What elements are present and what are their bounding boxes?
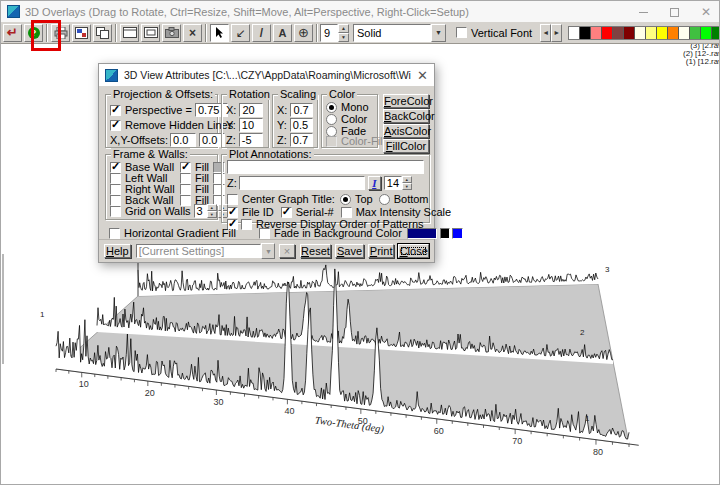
fade-color-swatch-3[interactable] xyxy=(452,228,463,239)
line-style-combo[interactable]: Solid ▼ xyxy=(353,24,446,42)
spin-down-icon[interactable]: ▼ xyxy=(207,211,217,218)
forecolor-button[interactable]: ForeColor xyxy=(383,94,429,108)
grid-spinner-1: ▲▼ xyxy=(207,204,217,218)
palette-color-11[interactable] xyxy=(690,27,701,39)
spin-up-icon[interactable]: ▲ xyxy=(402,176,412,183)
delete-button[interactable]: × xyxy=(183,24,202,42)
title-bar[interactable]: 3D Overlays (Drag to Rotate, Ctrl=Resize… xyxy=(1,1,720,22)
chevron-down-icon[interactable]: ▼ xyxy=(431,24,446,42)
fade-color-swatch-1[interactable] xyxy=(407,228,437,239)
palette-color-7[interactable] xyxy=(646,27,657,39)
rotation-z-field[interactable]: -5 xyxy=(239,133,263,147)
vertical-font-toggle[interactable]: Vertical Font xyxy=(456,27,532,39)
dialog-close-button[interactable]: ✕ xyxy=(417,68,428,83)
3d-view-attributes-dialog: 3D View Attributes [C:\...\CZY\AppData\R… xyxy=(98,63,435,263)
max-intensity-checkbox[interactable] xyxy=(341,207,352,218)
left-wall-checkbox[interactable] xyxy=(110,173,121,184)
color-group: Color MonoColorFade Color-Fill xyxy=(321,94,378,148)
palette-color-9[interactable] xyxy=(668,27,679,39)
palette-color-0[interactable] xyxy=(569,27,580,39)
framed-window-button[interactable] xyxy=(141,24,160,42)
toolbar-separator xyxy=(316,24,318,42)
rotation-x-field[interactable]: 20 xyxy=(239,103,263,117)
window-button[interactable] xyxy=(120,24,139,42)
cursor-button[interactable] xyxy=(210,24,229,42)
palette-scroll-left-button[interactable]: ◄ xyxy=(540,24,551,42)
scaling-y-field[interactable]: 0.5 xyxy=(290,118,313,132)
dialog-icon xyxy=(105,69,118,82)
font-size-field[interactable]: 14 xyxy=(384,176,402,190)
palette-color-1[interactable] xyxy=(580,27,591,39)
color-group-label: Color xyxy=(327,88,357,100)
close-button[interactable]: Close xyxy=(398,244,429,258)
color-fill-label: Color-Fill xyxy=(341,135,385,147)
bottom-label: Bottom xyxy=(394,193,429,205)
return-button[interactable]: ↵ xyxy=(3,24,22,42)
scaling-z-field[interactable]: 0.7 xyxy=(290,133,313,147)
bottom-radio[interactable] xyxy=(379,194,390,205)
arrow-line-button[interactable]: ↙ xyxy=(231,24,250,42)
annotation-z-field[interactable] xyxy=(239,176,365,190)
remove-hidden-lines-checkbox[interactable] xyxy=(110,120,121,131)
spin-up-icon[interactable]: ▲ xyxy=(207,204,217,211)
minimize-button[interactable] xyxy=(639,6,648,18)
spin-up-icon[interactable]: ▲ xyxy=(338,24,349,33)
line-button[interactable]: / xyxy=(252,24,271,42)
target-button[interactable]: ⊕ xyxy=(294,24,313,42)
close-button[interactable]: ✕ xyxy=(701,6,711,18)
palette-color-8[interactable] xyxy=(657,27,668,39)
grid-on-walls-label: Grid on Walls xyxy=(125,205,191,217)
save-button[interactable]: Save xyxy=(335,244,364,258)
base-wall-fill-checkbox[interactable] xyxy=(180,162,191,173)
save-image-button[interactable] xyxy=(72,24,91,42)
fade-background-checkbox[interactable] xyxy=(259,228,270,239)
palette-color-5[interactable] xyxy=(624,27,635,39)
spin-down-icon[interactable]: ▼ xyxy=(338,33,349,42)
palette-color-2[interactable] xyxy=(591,27,602,39)
camera-button[interactable] xyxy=(162,24,181,42)
palette-color-3[interactable] xyxy=(602,27,613,39)
backcolor-button[interactable]: BackColor xyxy=(383,109,429,123)
right-wall-fill-checkbox[interactable] xyxy=(180,184,191,195)
fillcolor-button[interactable]: FillColor xyxy=(383,139,429,153)
settings-combo[interactable]: [Current Settings] xyxy=(136,244,262,258)
projection-offsets-group: Projection & Offsets: Perspective = 0.75… xyxy=(105,94,218,148)
left-wall-fill-checkbox[interactable] xyxy=(180,173,191,184)
scaling-x-field[interactable]: 0.7 xyxy=(290,103,313,117)
print-button[interactable]: Print xyxy=(368,244,395,258)
serial-checkbox[interactable] xyxy=(281,207,292,218)
font-size-field[interactable]: 9 xyxy=(320,24,338,42)
color-radio[interactable] xyxy=(326,114,337,125)
italic-button[interactable]: I xyxy=(368,176,381,190)
palette-color-13[interactable] xyxy=(712,27,720,39)
spin-down-icon[interactable]: ▼ xyxy=(402,183,412,190)
rotation-group: Rotation X:20 Y:10 Z:-5 xyxy=(221,94,269,148)
perspective-checkbox[interactable] xyxy=(110,105,121,116)
copy-button[interactable] xyxy=(93,24,112,42)
vertical-font-checkbox[interactable] xyxy=(456,27,467,38)
mono-radio[interactable] xyxy=(326,102,337,113)
top-radio[interactable] xyxy=(340,194,351,205)
palette-color-10[interactable] xyxy=(679,27,690,39)
base-wall-checkbox[interactable] xyxy=(110,162,121,173)
grid-count-field[interactable]: 3 xyxy=(194,204,207,218)
reverse-order-checkbox-b[interactable] xyxy=(241,219,252,230)
maximize-button[interactable] xyxy=(670,6,679,18)
palette-color-6[interactable] xyxy=(635,27,646,39)
palette-color-4[interactable] xyxy=(613,27,624,39)
rotation-y-field[interactable]: 10 xyxy=(239,118,263,132)
palette-scroll-right-button[interactable]: ► xyxy=(551,24,562,42)
right-wall-checkbox[interactable] xyxy=(110,184,121,195)
help-button[interactable]: Help xyxy=(104,244,131,258)
grid-on-walls-checkbox[interactable] xyxy=(110,206,121,217)
palette-color-12[interactable] xyxy=(701,27,712,39)
annotation-title-field[interactable] xyxy=(227,160,424,174)
horizontal-gradient-checkbox[interactable] xyxy=(109,228,120,239)
fade-color-swatch-2[interactable] xyxy=(440,228,450,239)
text-button[interactable]: A xyxy=(273,24,292,42)
axiscolor-button[interactable]: AxisColor xyxy=(383,124,429,138)
center-graph-title-checkbox[interactable] xyxy=(227,194,238,205)
x-offset-field[interactable]: 0.0 xyxy=(170,133,196,147)
dialog-title-bar[interactable]: 3D View Attributes [C:\...\CZY\AppData\R… xyxy=(99,64,434,86)
reset-button[interactable]: Reset xyxy=(300,244,331,258)
